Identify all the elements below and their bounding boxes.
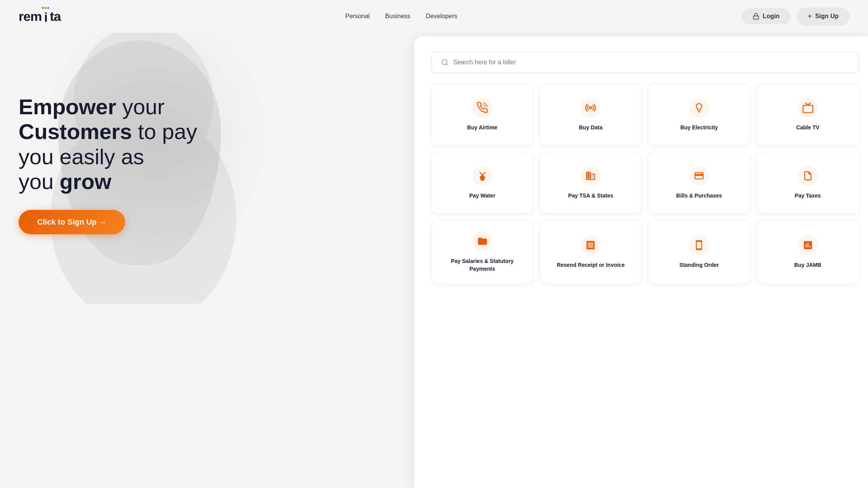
water-icon [472,166,493,186]
tsa-label: Pay TSA & States [568,192,613,200]
biller-card-standing-order[interactable]: Standing Order [648,220,750,284]
biller-card-bills-purchases[interactable]: Bills & Purchases [648,152,750,214]
biller-card-resend-receipt[interactable]: Resend Receipt or Invoice [540,220,642,284]
receipt-label: Resend Receipt or Invoice [557,261,625,269]
data-label: Buy Data [579,124,603,132]
biller-card-buy-airtime[interactable]: Buy Airtime [431,84,534,146]
search-icon [441,58,449,66]
biller-card-pay-salaries[interactable]: Pay Salaries & Statutory Payments [431,220,534,284]
cta-signup-button[interactable]: Click to Sign Up → [19,210,125,234]
data-icon [580,98,601,118]
nav-business[interactable]: Business [385,13,410,20]
electricity-icon [689,98,709,118]
bills-label: Bills & Purchases [676,192,722,200]
bills-icon [689,166,709,186]
svg-rect-6 [803,105,813,113]
hero-title: Empower your Customers to pay you easily… [19,95,396,194]
header: rem i ta Personal Business Developers Lo… [0,0,868,33]
water-label: Pay Water [469,192,495,200]
nav-developers[interactable]: Developers [426,13,457,20]
biller-card-cable-tv[interactable]: Cable TV [756,84,859,146]
nav-personal[interactable]: Personal [345,13,370,20]
search-bar[interactable] [431,52,859,73]
receipt-icon [580,235,601,255]
login-label: Login [763,13,780,20]
header-actions: Login + Sign Up [742,7,849,26]
electricity-label: Buy Electricity [680,124,718,132]
search-input[interactable] [453,59,849,66]
main-content: Empower your Customers to pay you easily… [0,33,868,488]
airtime-label: Buy Airtime [467,124,498,132]
signup-button[interactable]: + Sign Up [797,7,849,26]
salaries-label: Pay Salaries & Statutory Payments [438,258,527,273]
biller-card-pay-taxes[interactable]: Pay Taxes [756,152,859,214]
airtime-icon [472,98,493,118]
svg-line-4 [446,64,448,65]
main-nav: Personal Business Developers [345,13,457,20]
lock-icon [753,13,760,20]
tsa-icon [580,166,601,186]
jamb-icon [798,235,818,255]
biller-card-buy-electricity[interactable]: Buy Electricity [648,84,750,146]
svg-point-5 [590,107,592,109]
taxes-label: Pay Taxes [795,192,821,200]
biller-card-pay-tsa[interactable]: Pay TSA & States [540,152,642,214]
jamb-label: Buy JAMB [794,261,822,269]
logo[interactable]: rem i ta [19,7,61,26]
biller-card-buy-data[interactable]: Buy Data [540,84,642,146]
biller-grid-row2: Pay Water Pay TSA & States Bills & [422,149,868,217]
login-button[interactable]: Login [742,8,790,24]
biller-grid-row1: Buy Airtime Buy Data [422,81,868,149]
signup-label: Sign Up [815,13,839,20]
standing-order-icon [689,235,709,255]
hero-content: Empower your Customers to pay you easily… [19,95,396,234]
plus-icon: + [808,12,812,21]
biller-grid-row3: Pay Salaries & Statutory Payments Resend… [422,217,868,287]
cable-tv-icon [798,98,818,118]
hero-section: Empower your Customers to pay you easily… [0,33,414,488]
salaries-icon [472,231,493,251]
biller-panel: Buy Airtime Buy Data [414,36,868,488]
svg-rect-0 [754,16,759,19]
taxes-icon [798,166,818,186]
biller-card-buy-jamb[interactable]: Buy JAMB [756,220,859,284]
cable-tv-label: Cable TV [796,124,820,132]
standing-order-label: Standing Order [679,261,719,269]
biller-card-pay-water[interactable]: Pay Water [431,152,534,214]
